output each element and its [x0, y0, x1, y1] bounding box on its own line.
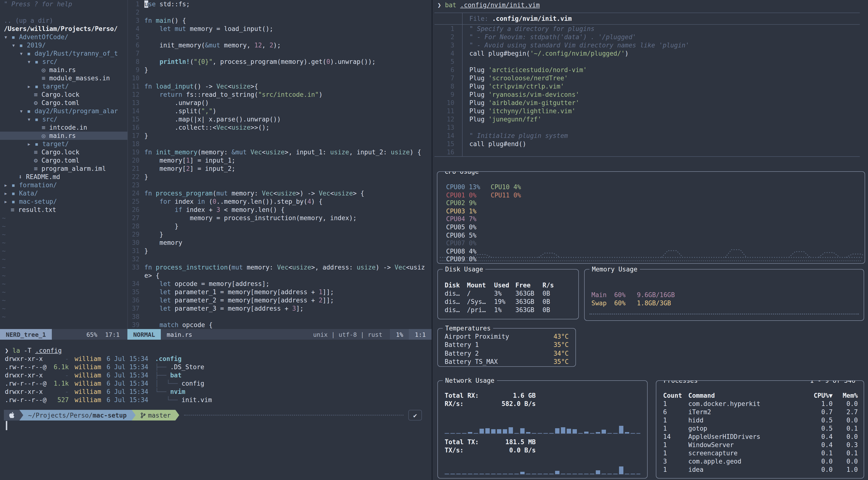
tree-file-Cargo.toml[interactable]: ⚙ Cargo.toml	[0, 156, 127, 165]
editor-line[interactable]: 20 memory[1] = input_1;	[128, 156, 432, 165]
tree-dir-2019[interactable]: ▾ ▪ 2019/	[0, 41, 127, 49]
editor-line[interactable]: e> {	[128, 271, 432, 280]
tree-file-README.md[interactable]: ⬇ README.md	[0, 173, 127, 181]
editor-line[interactable]: 33fn process_instruction(mut memory: Vec…	[128, 263, 432, 271]
expand-arrow-icon[interactable]: ▸	[4, 181, 11, 189]
tree-dir-mac-setup[interactable]: ▸ ▪ mac-setup/	[0, 197, 127, 206]
editor-line[interactable]: 3fn main() {	[128, 16, 432, 25]
vim-editor-pane[interactable]: 1use std::fs;23fn main() {4 let mut memo…	[128, 0, 432, 329]
editor-line[interactable]: 11fn load_input() -> Vec<usize>{	[128, 82, 432, 91]
process-col-header[interactable]: Command	[688, 391, 806, 400]
expand-arrow-icon[interactable]: ▸	[4, 198, 11, 205]
editor-line[interactable]: 5	[128, 33, 432, 41]
editor-line[interactable]: 22}	[128, 173, 432, 181]
editor-line[interactable]: 6 init_memory(&mut memory, 12, 2);	[128, 41, 432, 49]
tree-dir-src[interactable]: ▾ ▪ src/	[0, 115, 127, 124]
editor-line[interactable]: 7	[128, 49, 432, 58]
editor-line[interactable]: 25 for index in (0..memory.len()).step_b…	[128, 197, 432, 206]
tree-dir-target[interactable]: ▸ ▪ target/	[0, 82, 127, 91]
tree-file-main.rs[interactable]: ◎ main.rs	[0, 132, 127, 140]
editor-line[interactable]: 14 .split(",")	[128, 107, 432, 115]
line-number: 29	[128, 230, 144, 239]
expand-arrow-icon[interactable]: ▸	[27, 83, 35, 90]
network-history-bar	[451, 433, 455, 434]
tree-dir-day2Rustprogram_alar[interactable]: ▾ ▪ day2/Rust/program_alar	[0, 107, 127, 115]
tree-file-main.rs[interactable]: ◎ main.rs	[0, 66, 127, 74]
process-col-header[interactable]: Count	[663, 391, 688, 400]
empty-line-tilde: ~	[0, 280, 127, 288]
expand-arrow-icon[interactable]: ▾	[11, 42, 19, 49]
tree-dir-AdventOfCode[interactable]: ▾ ▪ AdventOfCode/	[0, 33, 127, 41]
editor-line[interactable]: 35 let parameter_1 = memory[memory[addre…	[128, 288, 432, 296]
process-cell: 0.5	[806, 424, 833, 433]
tree-dir-day1Rusttyranny_of_t[interactable]: ▾ ▪ day1/Rust/tyranny_of_t	[0, 49, 127, 58]
nerdtree-up-dir[interactable]: .. (up a dir)	[0, 16, 127, 25]
network-history-bar	[590, 474, 594, 474]
editor-line[interactable]: 2	[128, 8, 432, 16]
terminal-pane[interactable]: ❯ la -T .config drwxr-xr-x-william6 Jul …	[0, 340, 432, 480]
editor-line[interactable]: 13 .unwrap()	[128, 99, 432, 107]
editor-line[interactable]: 9}	[128, 66, 432, 74]
expand-arrow-icon[interactable]: ▾	[20, 50, 27, 57]
tree-file-Cargo.lock[interactable]: ≡ Cargo.lock	[0, 91, 127, 99]
expand-arrow-icon[interactable]: ▾	[27, 116, 35, 123]
tree-file-intcode.in[interactable]: ≡ intcode.in	[0, 124, 127, 132]
editor-line[interactable]: 18	[128, 140, 432, 148]
tree-dir-src[interactable]: ▾ ▪ src/	[0, 58, 127, 66]
network-history-bar	[468, 474, 472, 474]
editor-line[interactable]: 39 match opcode {	[128, 321, 432, 329]
editor-line[interactable]: 16 .collect::<Vec<usize>>();	[128, 124, 432, 132]
tree-item-label: Cargo.toml	[41, 99, 80, 106]
temperature-value: 43°C	[541, 333, 569, 341]
editor-line[interactable]: 32	[128, 255, 432, 263]
expand-arrow-icon[interactable]: ▾	[4, 33, 11, 41]
expand-arrow-icon[interactable]: ▸	[4, 190, 11, 197]
tree-dir-target[interactable]: ▸ ▪ target/	[0, 140, 127, 148]
editor-line[interactable]: 27 memory = process_instruction(memory, …	[128, 214, 432, 222]
editor-line[interactable]: 4 let mut memory = load_input();	[128, 25, 432, 33]
network-history-bar	[578, 433, 583, 434]
editor-line[interactable]: 36 let parameter_2 = memory[memory[addre…	[128, 296, 432, 304]
editor-line[interactable]: 31}	[128, 247, 432, 255]
processes-panel[interactable]: Processes 1 - 9 of 346 CountCommandCPU%▼…	[656, 380, 864, 479]
network-history-bar	[532, 433, 536, 434]
editor-line[interactable]: 38	[128, 313, 432, 321]
editor-line[interactable]: 37 let parameter_3 = memory[address + 3]…	[128, 304, 432, 313]
tree-dir-formation[interactable]: ▸ ▪ formation/	[0, 181, 127, 189]
tree-file-Cargo.lock[interactable]: ≡ Cargo.lock	[0, 148, 127, 156]
line-number: 1	[434, 25, 463, 33]
editor-line[interactable]: 23	[128, 181, 432, 189]
editor-line[interactable]: 12 return fs::read_to_string("src/intcod…	[128, 91, 432, 99]
tree-item-label: module_masses.in	[49, 74, 110, 82]
process-cell: screencapture	[688, 449, 806, 457]
network-history-bar	[520, 472, 525, 474]
editor-line[interactable]: 8 println!("{0}", process_program(memory…	[128, 58, 432, 66]
expand-arrow-icon[interactable]: ▾	[20, 107, 27, 115]
editor-line[interactable]: 34 let opcode = memory[address];	[128, 280, 432, 288]
expand-arrow-icon[interactable]: ▾	[27, 58, 35, 65]
tree-dir-Kata[interactable]: ▸ ▪ Kata/	[0, 189, 127, 197]
git-branch-icon	[140, 412, 146, 418]
disk-cell: 19%	[494, 298, 516, 306]
editor-line[interactable]: 1use std::fs;	[128, 0, 432, 8]
expand-arrow-icon[interactable]: ▸	[27, 140, 35, 147]
editor-line[interactable]: 17}	[128, 132, 432, 140]
editor-line[interactable]: 24fn process_program(mut memory: Vec<usi…	[128, 189, 432, 197]
editor-line[interactable]: 15 .map(|x| x.parse().unwrap())	[128, 115, 432, 124]
tree-file-result.txt[interactable]: ≡ result.txt	[0, 206, 127, 214]
tree-file-program_alarm.iml[interactable]: ≡ program_alarm.iml	[0, 165, 127, 173]
editor-line[interactable]: 19fn init_memory(memory: &mut Vec<usize>…	[128, 148, 432, 156]
process-col-header[interactable]: CPU%▼	[806, 391, 833, 400]
editor-line[interactable]: 28 }	[128, 222, 432, 230]
editor-line[interactable]: 21 memory[2] = input_2;	[128, 165, 432, 173]
editor-line[interactable]: 29 }	[128, 230, 432, 239]
bat-line: 12Plug 'junegunn/fzf'	[434, 115, 860, 124]
editor-line[interactable]: 30 memory	[128, 239, 432, 247]
editor-line[interactable]: 26 if index + 3 < memory.len() {	[128, 206, 432, 214]
process-col-header[interactable]: Mem%	[833, 391, 858, 400]
line-number: 11	[434, 107, 463, 115]
tree-file-module_masses.in[interactable]: ≡ module_masses.in	[0, 74, 127, 82]
editor-line[interactable]: 10	[128, 74, 432, 82]
tree-file-Cargo.toml[interactable]: ⚙ Cargo.toml	[0, 99, 127, 107]
line-number: 8	[128, 58, 144, 66]
